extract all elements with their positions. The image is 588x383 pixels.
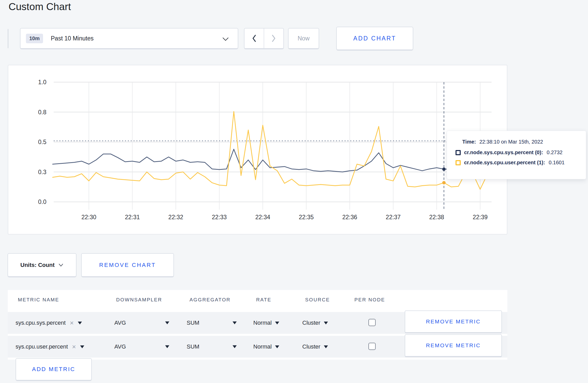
svg-text:22:37: 22:37 <box>386 214 401 221</box>
metric-table-row: sys.cpu.user.percent × AVG SUM Normal Cl… <box>8 336 507 358</box>
tooltip-time-label: Time: <box>462 139 476 145</box>
rate-select[interactable]: Normal <box>253 343 279 350</box>
col-header-rate: RATE <box>256 297 271 303</box>
page-title: Custom Chart <box>9 1 71 12</box>
svg-text:22:34: 22:34 <box>255 214 270 221</box>
col-header-downsampler: DOWNSAMPLER <box>116 297 162 303</box>
svg-text:0.8: 0.8 <box>38 109 46 116</box>
col-header-source: SOURCE <box>305 297 330 303</box>
tooltip-series-row: cr.node.sys.cpu.sys.percent (0): 0.2732 <box>456 150 586 155</box>
sys-percent-swatch-icon <box>456 150 461 155</box>
svg-text:0.5: 0.5 <box>38 139 46 145</box>
rate-value: Normal <box>253 343 272 350</box>
time-range-label: Past 10 Minutes <box>51 35 94 42</box>
per-node-checkbox[interactable] <box>368 319 376 326</box>
svg-text:1.0: 1.0 <box>38 79 46 86</box>
chart-hover-tooltip: Time:22:38:10 on Mar 15th, 2022 cr.node.… <box>447 131 586 179</box>
svg-text:22:33: 22:33 <box>212 214 227 221</box>
remove-chart-button[interactable]: REMOVE CHART <box>81 253 174 277</box>
svg-text:22:32: 22:32 <box>168 214 183 221</box>
chevron-down-icon <box>58 263 64 267</box>
tooltip-series-name: cr.node.sys.cpu.sys.percent (0): <box>464 150 543 155</box>
time-back-button[interactable] <box>244 29 264 48</box>
tooltip-time-value: 22:38:10 on Mar 15th, 2022 <box>479 139 543 145</box>
now-button[interactable]: Now <box>288 28 319 49</box>
time-range-dropdown[interactable]: 10m Past 10 Minutes <box>20 28 238 49</box>
tooltip-series-row: cr.node.sys.cpu.user.percent (1): 0.1601 <box>456 160 586 166</box>
svg-text:0.0: 0.0 <box>38 198 46 205</box>
caret-down-icon[interactable] <box>165 322 169 324</box>
source-value: Cluster <box>302 343 320 350</box>
svg-text:0.3: 0.3 <box>38 169 46 175</box>
chevron-right-icon <box>271 34 276 42</box>
toolbar-divider <box>8 29 8 48</box>
svg-text:22:31: 22:31 <box>125 214 140 221</box>
aggregator-select[interactable]: SUM <box>187 320 199 326</box>
source-value: Cluster <box>302 320 320 326</box>
rate-value: Normal <box>253 320 272 326</box>
svg-text:22:30: 22:30 <box>81 214 96 221</box>
caret-down-icon <box>324 345 328 348</box>
caret-down-icon[interactable] <box>165 345 169 348</box>
caret-down-icon[interactable] <box>233 345 237 348</box>
caret-down-icon[interactable] <box>80 345 84 348</box>
add-chart-button[interactable]: ADD CHART <box>336 27 413 50</box>
svg-text:22:38: 22:38 <box>429 214 444 221</box>
downsampler-select[interactable]: AVG <box>114 320 126 326</box>
downsampler-select[interactable]: AVG <box>114 343 126 350</box>
per-node-checkbox[interactable] <box>368 343 376 350</box>
chart-card: 22:3022:3122:3222:3322:3422:3522:3622:37… <box>8 65 507 235</box>
metrics-table: METRIC NAME DOWNSAMPLER AGGREGATOR RATE … <box>8 290 507 360</box>
caret-down-icon <box>275 322 279 324</box>
col-header-metric-name: METRIC NAME <box>18 297 59 303</box>
timeseries-chart[interactable]: 22:3022:3122:3222:3322:3422:3522:3622:37… <box>8 65 507 234</box>
units-label: Units: Count <box>20 262 55 268</box>
user-percent-swatch-icon <box>456 160 461 165</box>
tooltip-series-value: 0.1601 <box>549 160 564 166</box>
chevron-left-icon <box>252 34 256 42</box>
svg-text:22:39: 22:39 <box>473 214 488 221</box>
caret-down-icon <box>324 322 328 324</box>
add-metric-button[interactable]: ADD METRIC <box>16 358 92 380</box>
metric-name-select[interactable]: sys.cpu.sys.percent × <box>16 320 82 326</box>
svg-text:22:35: 22:35 <box>299 214 314 221</box>
rate-select[interactable]: Normal <box>253 320 279 326</box>
metric-name: sys.cpu.sys.percent <box>16 320 66 326</box>
caret-down-icon <box>275 345 279 348</box>
source-select[interactable]: Cluster <box>302 320 328 326</box>
source-select[interactable]: Cluster <box>302 343 328 350</box>
caret-down-icon[interactable] <box>233 322 237 324</box>
svg-text:22:36: 22:36 <box>342 214 357 221</box>
clear-metric-icon[interactable]: × <box>70 320 74 326</box>
aggregator-select[interactable]: SUM <box>187 343 199 350</box>
caret-down-icon[interactable] <box>78 322 82 324</box>
tooltip-time-row: Time:22:38:10 on Mar 15th, 2022 <box>462 139 586 145</box>
clear-metric-icon[interactable]: × <box>72 343 76 350</box>
time-pager <box>244 28 284 49</box>
metric-name-select[interactable]: sys.cpu.user.percent × <box>16 343 84 350</box>
time-range-badge: 10m <box>26 34 43 43</box>
metric-name: sys.cpu.user.percent <box>16 343 68 350</box>
units-dropdown[interactable]: Units: Count <box>8 253 76 277</box>
tooltip-series-name: cr.node.sys.cpu.user.percent (1): <box>464 160 545 166</box>
chevron-down-icon <box>222 37 229 42</box>
metric-table-row: sys.cpu.sys.percent × AVG SUM Normal Clu… <box>8 312 507 334</box>
custom-chart-page: Custom Chart 10m Past 10 Minutes Now ADD… <box>0 0 588 383</box>
remove-metric-button[interactable]: REMOVE METRIC <box>405 334 502 357</box>
time-forward-button[interactable] <box>264 29 283 48</box>
remove-metric-button[interactable]: REMOVE METRIC <box>405 310 502 333</box>
tooltip-series-value: 0.2732 <box>547 150 563 155</box>
col-header-per-node: PER NODE <box>354 297 385 303</box>
col-header-aggregator: AGGREGATOR <box>190 297 230 303</box>
